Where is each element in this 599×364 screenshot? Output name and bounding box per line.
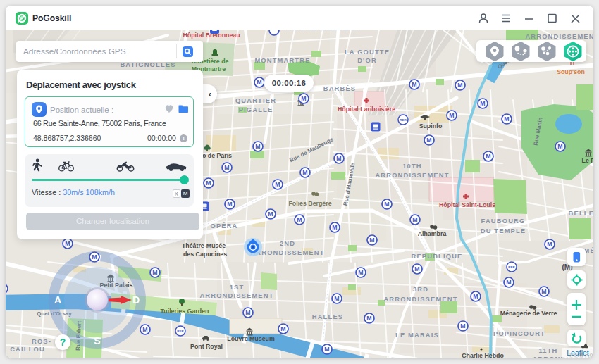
svg-text:QUARTIER: QUARTIER: [235, 97, 276, 104]
svg-text:M: M: [227, 201, 232, 208]
svg-text:BARBÈS: BARBÈS: [323, 85, 356, 92]
svg-text:HALLES: HALLES: [312, 313, 343, 320]
svg-text:ARRONDISSEMENT: ARRONDISSEMENT: [375, 172, 449, 179]
svg-text:Théâtre-Musée: Théâtre-Musée: [182, 242, 226, 249]
svg-text:M: M: [480, 100, 485, 107]
svg-text:Hôpital Saint-Louis: Hôpital Saint-Louis: [439, 201, 495, 208]
svg-text:ARRONDISSEMENT: ARRONDISSEMENT: [383, 296, 457, 303]
svg-text:M: M: [224, 164, 229, 171]
svg-text:M: M: [547, 241, 552, 248]
svg-text:Alhambra: Alhambra: [418, 230, 447, 237]
svg-text:LE MARAIS: LE MARAIS: [395, 332, 439, 339]
svg-text:11TH: 11TH: [538, 347, 557, 354]
svg-text:BELLEVILLE: BELLEVILLE: [569, 210, 593, 217]
svg-text:A: A: [54, 294, 61, 306]
svg-text:M: M: [457, 82, 462, 89]
svg-text:ARRONDISSEMENT: ARRONDISSEMENT: [525, 33, 593, 40]
svg-text:OPÉRA: OPÉRA: [210, 222, 237, 230]
svg-text:PIGALLE: PIGALLE: [239, 106, 273, 113]
svg-text:M: M: [414, 265, 419, 272]
svg-text:M: M: [460, 322, 465, 330]
svg-text:M: M: [358, 269, 363, 276]
svg-text:Hôpital Lariboisière: Hôpital Lariboisière: [338, 106, 395, 113]
svg-text:M: M: [257, 79, 261, 86]
svg-text:M: M: [206, 180, 211, 187]
svg-text:M: M: [324, 346, 329, 353]
svg-text:3RD: 3RD: [413, 286, 428, 293]
svg-text:M: M: [280, 325, 285, 332]
svg-text:M: M: [92, 253, 97, 261]
svg-text:ARRONDISSEMENT: ARRONDISSEMENT: [199, 292, 273, 299]
svg-text:M: M: [275, 181, 280, 188]
svg-text:ARRONDISSEMENT: ARRONDISSEMENT: [283, 30, 357, 32]
svg-text:S: S: [94, 335, 100, 346]
svg-text:M: M: [255, 143, 260, 150]
svg-text:MONTMARTRE: MONTMARTRE: [254, 57, 310, 64]
svg-text:Soup'son: Soup'son: [557, 68, 585, 75]
svg-text:M: M: [302, 169, 307, 176]
svg-text:CAILLOU: CAILLOU: [10, 346, 45, 353]
svg-text:M: M: [268, 211, 273, 218]
svg-text:M: M: [332, 224, 337, 231]
svg-text:M: M: [449, 112, 454, 119]
svg-text:M: M: [486, 153, 490, 160]
svg-text:1ST: 1ST: [230, 284, 245, 291]
svg-text:RÉPUBLIQUE: RÉPUBLIQUE: [412, 253, 463, 260]
svg-text:M: M: [369, 237, 374, 244]
svg-text:Pont Royal: Pont Royal: [190, 343, 223, 350]
svg-text:ROS-: ROS-: [32, 338, 51, 345]
svg-text:RER: RER: [400, 118, 407, 122]
svg-text:Supinfo: Supinfo: [419, 123, 443, 130]
svg-text:M: M: [334, 295, 339, 302]
svg-text:M: M: [504, 115, 509, 123]
svg-text:M: M: [426, 137, 431, 144]
svg-text:M: M: [336, 155, 341, 162]
svg-text:M: M: [297, 216, 302, 223]
svg-text:M: M: [65, 240, 70, 247]
svg-text:Folies Bergère: Folies Bergère: [288, 200, 331, 207]
svg-text:M: M: [557, 143, 562, 150]
svg-text:M: M: [541, 288, 546, 295]
svg-text:POPINCOURT: POPINCOURT: [493, 330, 545, 337]
svg-text:M: M: [142, 326, 147, 333]
svg-text:M: M: [506, 279, 511, 286]
svg-text:DU TEMPLE: DU TEMPLE: [481, 227, 526, 234]
svg-text:Tuileries Garden: Tuileries Garden: [161, 308, 209, 315]
svg-text:10TH: 10TH: [402, 163, 422, 170]
svg-text:2ND: 2ND: [280, 240, 295, 247]
svg-text:FAUBOURG: FAUBOURG: [481, 218, 526, 225]
svg-text:D'OR: D'OR: [357, 57, 377, 64]
svg-text:Le Plat: Le Plat: [582, 157, 593, 164]
svg-text:M: M: [384, 201, 389, 208]
svg-text:M: M: [245, 309, 250, 316]
svg-text:M: M: [152, 269, 157, 276]
svg-text:Charlie Hebdo: Charlie Hebdo: [462, 352, 504, 358]
svg-text:M: M: [301, 95, 306, 102]
svg-text:M: M: [473, 293, 478, 300]
svg-text:M: M: [366, 315, 371, 322]
svg-text:D: D: [132, 294, 140, 306]
svg-text:LA GOUTTE: LA GOUTTE: [345, 49, 390, 56]
svg-text:ARRONDISSEMENT: ARRONDISSEMENT: [250, 249, 324, 256]
svg-text:des Capucines: des Capucines: [183, 251, 227, 258]
svg-text:M: M: [412, 216, 417, 223]
svg-text:Louvre Museum: Louvre Museum: [227, 335, 275, 342]
svg-text:M: M: [412, 81, 416, 88]
svg-text:RER: RER: [177, 330, 184, 333]
svg-text:BATIGNOLLES: BATIGNOLLES: [120, 61, 175, 68]
svg-text:RER: RER: [508, 265, 515, 269]
svg-text:Ménagerie de Verre: Ménagerie de Verre: [500, 310, 557, 317]
